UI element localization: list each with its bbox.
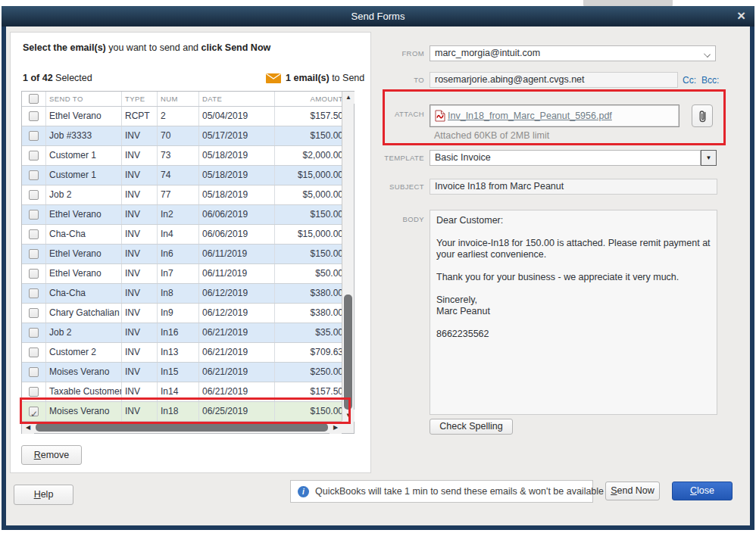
- check-spelling-button[interactable]: Check Spelling: [430, 419, 513, 435]
- cell-date: 06/21/2019: [199, 382, 275, 401]
- row-checkbox[interactable]: [29, 387, 39, 397]
- row-checkbox[interactable]: [29, 407, 39, 416]
- row-checkbox[interactable]: [29, 229, 39, 239]
- template-dropdown[interactable]: Basic Invoice: [430, 150, 701, 166]
- cell-date: 06/11/2019: [199, 264, 275, 283]
- table-row[interactable]: Ethel Verano RCPT 2 05/04/2019 $157.50: [22, 107, 342, 126]
- table-row[interactable]: Job 2 INV 77 05/18/2019 $5,000.00: [22, 185, 342, 205]
- cell-amount: $2,000.00: [278, 146, 342, 165]
- remove-button[interactable]: Remove: [21, 445, 82, 465]
- table-row[interactable]: Ethel Verano INV In2 06/06/2019 $150.00: [22, 205, 342, 225]
- cell-send-to: Taxable Customer: [46, 382, 122, 401]
- to-label: TO: [364, 76, 424, 84]
- row-checkbox[interactable]: [29, 288, 39, 298]
- column-header-date[interactable]: DATE: [199, 92, 275, 106]
- info-message: QuickBooks will take 1 min to send these…: [315, 486, 604, 497]
- scrollbar-corner: [342, 421, 354, 433]
- close-icon[interactable]: ×: [737, 6, 745, 26]
- cell-type: INV: [122, 343, 158, 362]
- row-checkbox[interactable]: [29, 131, 39, 141]
- chevron-down-icon: [704, 51, 711, 58]
- cell-num: 77: [158, 185, 199, 204]
- table-row[interactable]: Customer 1 INV 74 05/18/2019 $15,000.00: [22, 166, 342, 185]
- table-row[interactable]: Moises Verano INV In15 06/21/2019 $250.0…: [22, 363, 342, 382]
- attachment-size-note: Attached 60KB of 2MB limit: [434, 130, 549, 141]
- row-checkbox[interactable]: [29, 111, 39, 121]
- help-button[interactable]: Help: [14, 485, 73, 505]
- cell-date: 06/21/2019: [199, 343, 275, 362]
- scroll-right-icon[interactable]: ▶: [330, 422, 342, 434]
- attach-file-button[interactable]: [692, 104, 713, 127]
- template-dropdown-arrow-icon[interactable]: ▼: [701, 150, 717, 166]
- emails-to-send-summary: 1 email(s) to Send: [286, 73, 364, 83]
- table-row[interactable]: Cha-Cha INV In8 06/12/2019 $380.00: [22, 284, 342, 304]
- row-checkbox[interactable]: [29, 151, 39, 161]
- cell-date: 06/25/2019: [199, 402, 275, 421]
- body-textarea[interactable]: Dear Customer: Your invoice-In18 for 150…: [430, 210, 717, 415]
- vertical-scrollbar[interactable]: ▲ ▼: [342, 92, 354, 422]
- cell-num: In16: [158, 323, 199, 342]
- table-row[interactable]: Ethel Verano INV In6 06/11/2019 $150.00: [22, 245, 342, 264]
- attachment-filename-link[interactable]: Inv_In18_from_Marc_Peanut_5956.pdf: [448, 111, 612, 121]
- template-label: TEMPLATE: [364, 154, 424, 162]
- table-row[interactable]: Job 2 INV In16 06/21/2019 $35.00: [22, 323, 342, 343]
- subject-label: SUBJECT: [364, 182, 424, 191]
- table-row[interactable]: Taxable Customer INV In14 06/21/2019 $15…: [22, 382, 342, 402]
- vertical-scroll-thumb[interactable]: [344, 295, 352, 410]
- scroll-up-icon[interactable]: ▲: [342, 92, 355, 104]
- cell-num: 73: [158, 146, 199, 165]
- table-row[interactable]: Chary Gatchalian INV In9 06/12/2019 $380…: [22, 304, 342, 323]
- close-button[interactable]: Close: [672, 482, 733, 500]
- row-checkbox[interactable]: [29, 328, 39, 338]
- dialog-title: Send Forms: [2, 6, 754, 26]
- row-checkbox[interactable]: [29, 210, 39, 220]
- scroll-down-icon[interactable]: ▼: [342, 410, 355, 422]
- cell-amount: $5,000.00: [278, 185, 342, 204]
- column-header-amount[interactable]: AMOUNT: [275, 92, 342, 106]
- cell-date: 05/18/2019: [199, 185, 275, 204]
- column-header-type[interactable]: TYPE: [122, 92, 158, 106]
- cell-send-to: Cha-Cha: [46, 225, 122, 244]
- to-field[interactable]: rosemarjorie.abing@agent.cvgs.net: [430, 72, 678, 88]
- cell-type: INV: [122, 382, 158, 401]
- row-checkbox[interactable]: [29, 348, 39, 357]
- row-checkbox[interactable]: [29, 308, 39, 318]
- row-checkbox[interactable]: [29, 249, 39, 259]
- dialog-titlebar: Send Forms: [2, 6, 754, 26]
- email-table-rows: Ethel Verano RCPT 2 05/04/2019 $157.50 J…: [22, 107, 342, 422]
- horizontal-scrollbar[interactable]: ◀ ▶: [22, 421, 342, 433]
- row-checkbox[interactable]: [29, 170, 39, 180]
- info-message-box: i QuickBooks will take 1 min to send the…: [290, 480, 593, 503]
- column-header-send-to[interactable]: SEND TO: [46, 92, 122, 106]
- table-row[interactable]: Cha-Cha INV In4 06/06/2019 $15,000.00: [22, 225, 342, 245]
- table-row[interactable]: Job #3333 INV 70 05/17/2019 $150.00: [22, 126, 342, 146]
- instruction-text: Select the email(s) you want to send and…: [23, 42, 270, 53]
- cell-send-to: Ethel Verano: [46, 107, 122, 126]
- paperclip-icon: [698, 109, 708, 123]
- table-row[interactable]: Moises Verano INV In18 06/25/2019 $150.0…: [22, 402, 342, 422]
- table-row[interactable]: Customer 1 INV 73 05/18/2019 $2,000.00: [22, 146, 342, 166]
- cell-type: INV: [122, 323, 158, 342]
- cell-amount: $150.00: [278, 126, 342, 145]
- table-row[interactable]: Customer 2 INV In13 06/21/2019 $709.63: [22, 343, 342, 363]
- row-checkbox[interactable]: [29, 269, 39, 279]
- selection-summary: 1 of 42 Selected: [23, 73, 92, 83]
- select-all-checkbox[interactable]: [29, 94, 39, 104]
- table-row[interactable]: Ethel Verano INV In7 06/11/2019 $50.00: [22, 264, 342, 284]
- subject-field[interactable]: Invoice In18 from Marc Peanut: [430, 179, 717, 195]
- horizontal-scroll-thumb[interactable]: [36, 423, 328, 432]
- cell-num: In8: [158, 284, 199, 303]
- cell-num: In13: [158, 343, 199, 362]
- row-checkbox[interactable]: [29, 367, 39, 377]
- column-header-num[interactable]: NUM: [158, 92, 199, 106]
- cell-send-to: Moises Verano: [46, 363, 122, 382]
- from-dropdown[interactable]: marc_morgia@intuit.com: [430, 45, 716, 61]
- cell-type: INV: [122, 264, 158, 283]
- bcc-link[interactable]: Bcc:: [701, 75, 719, 86]
- cell-send-to: Ethel Verano: [46, 264, 122, 283]
- cc-link[interactable]: Cc:: [683, 75, 696, 86]
- scroll-left-icon[interactable]: ◀: [22, 422, 34, 434]
- row-checkbox[interactable]: [29, 190, 39, 200]
- send-now-button[interactable]: Send Now: [605, 482, 660, 500]
- cell-date: 05/04/2019: [199, 107, 275, 126]
